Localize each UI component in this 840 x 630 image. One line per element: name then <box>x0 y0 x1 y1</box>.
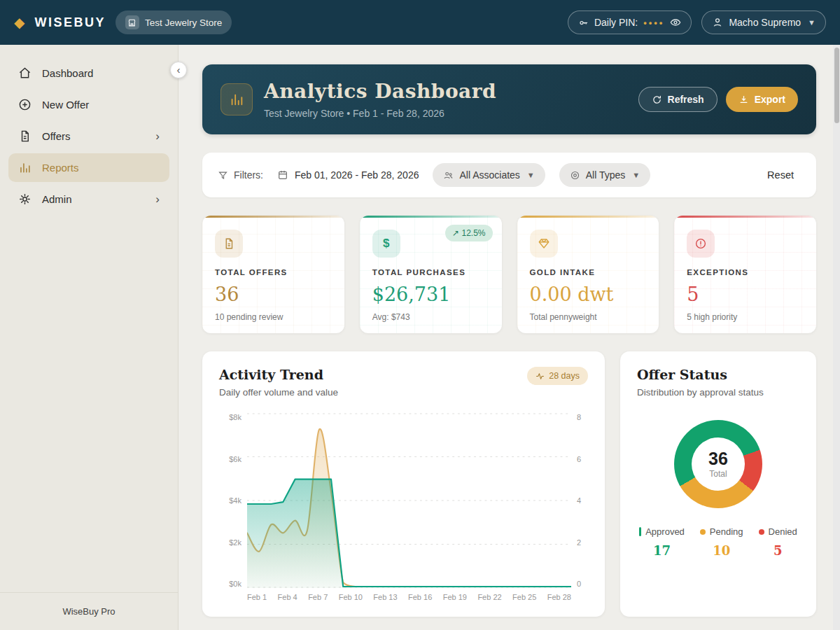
home-icon <box>18 66 32 80</box>
stat-subtext: Avg: $743 <box>372 312 489 322</box>
offer-status-card: Offer Status Distribution by approval st… <box>620 351 816 617</box>
stat-value: 5 <box>687 284 804 305</box>
stat-accent-bar <box>360 216 502 218</box>
sidebar-item-label: Admin <box>42 193 72 205</box>
sidebar-item-dashboard[interactable]: Dashboard <box>8 59 169 88</box>
sidebar: Dashboard New Offer Offers › Reports A <box>0 45 178 630</box>
funnel-icon <box>218 170 228 181</box>
activity-trend-title: Activity Trend <box>219 367 338 382</box>
stat-subtext: Total pennyweight <box>530 312 647 322</box>
download-icon <box>738 94 749 105</box>
legend-item-denied: Denied 5 <box>759 526 797 558</box>
top-header: ◆ WISEBUY Test Jewelry Store Daily PIN: … <box>0 0 840 45</box>
bar-chart-icon <box>18 161 32 174</box>
stat-value: $26,731 <box>372 284 489 305</box>
people-icon <box>443 170 454 181</box>
user-name: Macho Supremo <box>729 17 801 28</box>
sidebar-item-label: New Offer <box>42 99 89 111</box>
daily-pin-label: Daily PIN: <box>594 17 638 28</box>
page-scrollbar <box>833 45 840 630</box>
associates-filter-dropdown[interactable]: All Associates ▼ <box>433 163 545 187</box>
store-badge[interactable]: Test Jewelry Store <box>115 10 232 34</box>
stat-card-total-offers: TOTAL OFFERS 36 10 pending review <box>202 216 344 333</box>
legend-item-pending: Pending 10 <box>700 526 743 558</box>
sidebar-collapse-button[interactable]: ‹ <box>170 62 187 78</box>
stat-card-exceptions: EXCEPTIONS 5 5 high priority <box>674 216 816 333</box>
stat-label: TOTAL PURCHASES <box>372 268 489 276</box>
donut-center: 36 Total <box>692 438 745 491</box>
stat-card-gold-intake: GOLD INTAKE 0.00 dwt Total pennyweight <box>517 216 659 333</box>
user-menu[interactable]: Macho Supremo ▼ <box>701 10 826 34</box>
stats-row: TOTAL OFFERS 36 10 pending review ↗ 12.5… <box>202 216 816 333</box>
refresh-icon <box>652 94 662 105</box>
gem-icon <box>530 230 558 258</box>
stat-card-total-purchases: ↗ 12.5% $ TOTAL PURCHASES $26,731 Avg: $… <box>360 216 502 333</box>
range-badge: 28 days <box>527 367 588 385</box>
types-filter-value: All Types <box>586 169 626 181</box>
analytics-icon <box>220 83 253 115</box>
donut-total-label: Total <box>709 469 727 479</box>
activity-chart: $8k $6k $4k $2k $0k <box>219 413 588 601</box>
calendar-icon <box>277 169 288 181</box>
refresh-button[interactable]: Refresh <box>638 87 718 112</box>
alert-circle-icon <box>687 230 715 258</box>
brand-name: WISEBUY <box>34 15 106 30</box>
main-content: Analytics Dashboard Test Jewelry Store •… <box>178 45 840 630</box>
sidebar-footer: WiseBuy Pro <box>0 592 178 630</box>
x-axis-ticks: Feb 1 Feb 4 Feb 7 Feb 10 Feb 13 Feb 16 F… <box>247 593 571 601</box>
scrollbar-thumb[interactable] <box>834 48 839 123</box>
charts-row: Activity Trend Daily offer volume and va… <box>202 351 816 617</box>
status-donut-chart: 36 Total <box>674 420 762 508</box>
daily-pin-box: Daily PIN: •••• <box>568 10 692 34</box>
activity-trend-card: Activity Trend Daily offer volume and va… <box>202 351 605 617</box>
offer-status-subtitle: Distribution by approval status <box>637 387 799 398</box>
stat-label: TOTAL OFFERS <box>215 268 332 276</box>
chevron-down-icon: ▼ <box>527 171 535 179</box>
stat-accent-bar <box>517 216 659 218</box>
sidebar-item-label: Dashboard <box>42 67 93 79</box>
stat-label: GOLD INTAKE <box>530 268 647 276</box>
stat-subtext: 10 pending review <box>215 312 332 322</box>
sidebar-item-admin[interactable]: Admin › <box>8 185 169 214</box>
reset-filters-button[interactable]: Reset <box>767 169 794 181</box>
date-range-picker[interactable]: Feb 01, 2026 - Feb 28, 2026 <box>277 169 419 181</box>
sidebar-item-reports[interactable]: Reports <box>8 153 169 182</box>
right-axis-ticks: 8 6 4 2 0 <box>577 413 588 588</box>
user-icon <box>712 17 723 28</box>
activity-trend-subtitle: Daily offer volume and value <box>219 387 338 398</box>
status-legend: Approved 17 Pending 10 <box>639 526 797 558</box>
approved-count: 17 <box>653 543 671 558</box>
chevron-right-icon: › <box>155 130 160 142</box>
chevron-down-icon: ▼ <box>808 18 816 27</box>
pending-count: 10 <box>713 543 730 558</box>
pending-marker <box>700 529 706 535</box>
approved-marker <box>639 527 641 536</box>
filters-label: Filters: <box>218 169 263 181</box>
legend-item-approved: Approved 17 <box>639 526 685 558</box>
gear-icon <box>18 192 32 206</box>
associates-filter-value: All Associates <box>459 169 519 181</box>
activity-line-chart <box>247 413 571 588</box>
sidebar-item-new-offer[interactable]: New Offer <box>8 90 169 119</box>
page-title: Analytics Dashboard <box>264 80 496 103</box>
key-icon <box>578 18 589 28</box>
types-filter-dropdown[interactable]: All Types ▼ <box>559 163 650 187</box>
chevron-down-icon: ▼ <box>632 171 640 179</box>
eye-icon[interactable] <box>670 17 681 28</box>
document-icon <box>18 130 32 143</box>
plus-circle-icon <box>18 98 32 111</box>
sidebar-item-label: Reports <box>42 162 79 174</box>
stat-value: 0.00 dwt <box>530 284 647 305</box>
dollar-icon: $ <box>372 230 400 258</box>
trend-badge: ↗ 12.5% <box>445 225 492 241</box>
pin-dots: •••• <box>643 18 664 28</box>
sidebar-item-label: Offers <box>42 130 71 142</box>
sidebar-item-offers[interactable]: Offers › <box>8 122 169 150</box>
donut-total-value: 36 <box>708 449 728 469</box>
denied-count: 5 <box>774 543 783 558</box>
export-button[interactable]: Export <box>726 87 798 112</box>
target-icon <box>570 170 580 181</box>
stat-value: 36 <box>215 284 332 305</box>
stat-label: EXCEPTIONS <box>687 268 804 276</box>
store-badge-label: Test Jewelry Store <box>145 18 222 28</box>
